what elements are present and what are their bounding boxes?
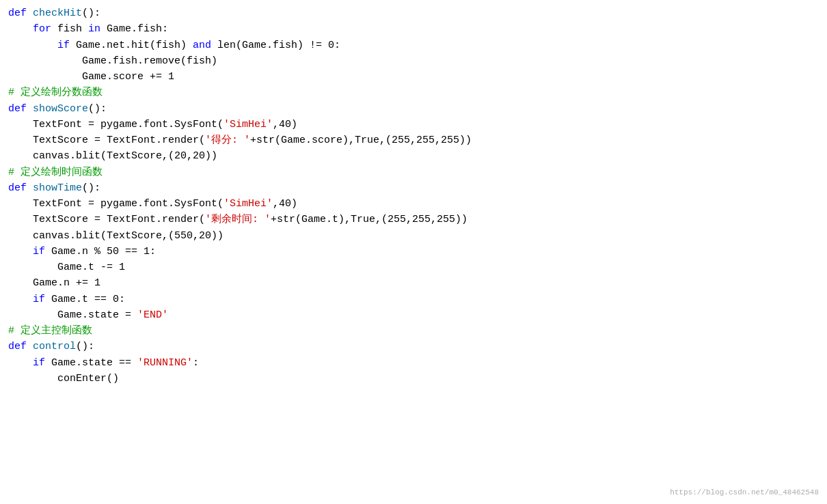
- code-line: if Game.n % 50 == 1:: [0, 244, 827, 260]
- code-segment: for: [8, 23, 51, 35]
- code-line: TextScore = TextFont.render('得分: '+str(G…: [0, 132, 827, 148]
- code-segment: Game.net.hit(fish): [70, 40, 193, 51]
- code-content: def checkHit(): for fish in Game.fish: i…: [0, 5, 827, 387]
- code-line: # 定义绘制时间函数: [0, 165, 827, 180]
- code-segment: :: [193, 357, 199, 369]
- code-segment: ,40): [273, 119, 297, 130]
- code-segment: 'RUNNING': [137, 357, 193, 369]
- code-segment: ():: [76, 341, 94, 352]
- code-line: if Game.t == 0:: [0, 292, 827, 307]
- code-segment: Game.n % 50 == 1:: [45, 246, 156, 257]
- code-segment: Game.t -= 1: [8, 262, 125, 273]
- code-segment: def: [8, 8, 27, 19]
- code-line: if Game.state == 'RUNNING':: [0, 355, 827, 371]
- code-line: TextFont = pygame.font.SysFont('SimHei',…: [0, 117, 827, 132]
- code-line: conEnter(): [0, 371, 827, 387]
- code-segment: if: [57, 40, 70, 51]
- code-segment: [27, 341, 33, 352]
- code-segment: Game.fish.remove(fish): [8, 55, 217, 67]
- code-viewer: def checkHit(): for fish in Game.fish: i…: [0, 0, 827, 504]
- code-line: canvas.blit(TextScore,(20,20)): [0, 148, 827, 164]
- code-segment: Game.score += 1: [8, 71, 174, 83]
- code-segment: showTime: [33, 182, 82, 194]
- code-line: # 定义主控制函数: [0, 323, 827, 339]
- code-segment: 'SimHei': [223, 198, 273, 210]
- code-segment: showScore: [33, 103, 88, 115]
- code-segment: # 定义绘制时间函数: [8, 167, 103, 178]
- code-segment: [8, 357, 33, 369]
- code-segment: in: [88, 23, 100, 35]
- code-segment: if: [33, 246, 45, 257]
- code-segment: '得分: ': [205, 135, 250, 146]
- code-segment: ():: [88, 103, 107, 115]
- code-segment: def: [8, 341, 27, 352]
- code-line: TextScore = TextFont.render('剩余时间: '+str…: [0, 212, 827, 227]
- code-segment: [8, 246, 33, 257]
- code-segment: if: [33, 357, 45, 369]
- code-segment: fish: [51, 23, 88, 35]
- code-segment: and: [193, 40, 211, 51]
- code-segment: 'SimHei': [223, 119, 273, 130]
- code-line: def showScore():: [0, 101, 827, 117]
- code-segment: TextScore = TextFont.render(: [8, 214, 205, 225]
- code-segment: checkHit: [33, 8, 82, 19]
- code-segment: # 定义主控制函数: [8, 325, 92, 337]
- code-segment: Game.n += 1: [8, 277, 100, 289]
- code-segment: Game.state =: [8, 309, 137, 321]
- code-segment: ():: [82, 8, 100, 19]
- code-segment: len(Game.fish) != 0:: [211, 40, 340, 51]
- code-line: if Game.net.hit(fish) and len(Game.fish)…: [0, 38, 827, 53]
- code-line: Game.fish.remove(fish): [0, 53, 827, 69]
- code-segment: [27, 8, 33, 19]
- code-segment: Game.state ==: [45, 357, 137, 369]
- code-line: canvas.blit(TextScore,(550,20)): [0, 228, 827, 244]
- code-line: def control():: [0, 339, 827, 354]
- code-segment: ():: [82, 182, 100, 194]
- code-segment: def: [8, 182, 27, 194]
- code-segment: [27, 103, 33, 115]
- code-line: # 定义绘制分数函数: [0, 85, 827, 100]
- code-segment: +str(Game.score),True,(255,255,255)): [250, 135, 472, 146]
- code-segment: [8, 40, 57, 51]
- code-segment: TextFont = pygame.font.SysFont(: [8, 198, 223, 210]
- code-segment: canvas.blit(TextScore,(20,20)): [8, 150, 217, 162]
- code-line: Game.state = 'END': [0, 307, 827, 323]
- code-segment: [27, 182, 33, 194]
- code-line: for fish in Game.fish:: [0, 21, 827, 37]
- code-segment: '剩余时间: ': [205, 214, 271, 225]
- watermark: https://blog.csdn.net/m0_48462548: [670, 487, 819, 499]
- code-segment: TextFont = pygame.font.SysFont(: [8, 119, 223, 130]
- code-segment: # 定义绘制分数函数: [8, 87, 103, 98]
- code-segment: [8, 294, 33, 305]
- code-line: TextFont = pygame.font.SysFont('SimHei',…: [0, 196, 827, 212]
- code-line: def showTime():: [0, 180, 827, 196]
- code-segment: canvas.blit(TextScore,(550,20)): [8, 230, 223, 242]
- code-line: def checkHit():: [0, 5, 827, 21]
- code-segment: +str(Game.t),True,(255,255,255)): [271, 214, 467, 225]
- code-segment: Game.t == 0:: [45, 294, 125, 305]
- code-line: Game.n += 1: [0, 275, 827, 291]
- code-segment: if: [33, 294, 45, 305]
- code-segment: ,40): [273, 198, 297, 210]
- code-segment: 'END': [137, 309, 168, 321]
- code-line: Game.t -= 1: [0, 260, 827, 275]
- code-segment: control: [33, 341, 76, 352]
- code-line: Game.score += 1: [0, 69, 827, 85]
- code-segment: Game.fish:: [100, 23, 168, 35]
- code-segment: TextScore = TextFont.render(: [8, 135, 205, 146]
- code-segment: conEnter(): [8, 373, 119, 384]
- code-segment: def: [8, 103, 27, 115]
